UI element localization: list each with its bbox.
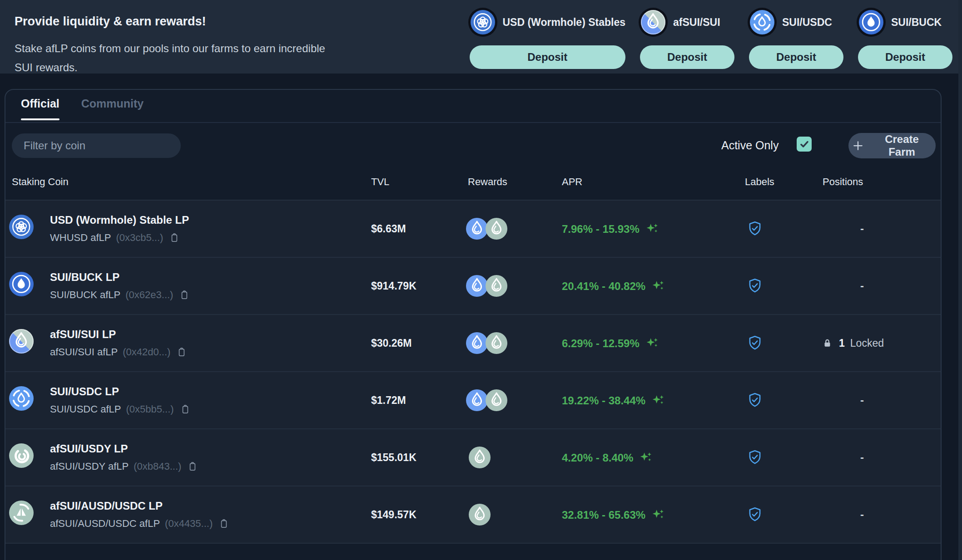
filter-by-coin-input[interactable] <box>12 133 181 158</box>
verified-shield-icon <box>746 448 764 467</box>
sui-buck-icon <box>9 272 34 296</box>
verified-shield-icon <box>746 277 764 295</box>
deposit-card: SUI/USDCDeposit <box>749 9 843 69</box>
staking-coin-cell <box>9 501 37 529</box>
apr-range: 20.41% - 40.82% <box>562 280 645 292</box>
copy-address-icon[interactable] <box>186 460 198 472</box>
apr-cell: 20.41% - 40.82% <box>562 279 665 293</box>
apr-range: 7.96% - 15.93% <box>562 222 640 235</box>
pool-label: SUI/BUCK <box>891 16 942 29</box>
sparkle-icon <box>645 336 660 350</box>
lock-icon <box>821 337 833 349</box>
pool-name: USD (Wormhole) Stable LP <box>50 214 189 226</box>
sui-drop-blue-icon <box>466 275 488 297</box>
pool-name: afSUI/AUSD/USDC LP <box>50 500 230 512</box>
sui-drop-blue-icon <box>466 332 488 354</box>
afsui-ausd-usdc-icon <box>9 501 34 525</box>
sui-drop-sage-icon <box>469 504 491 526</box>
staking-coin-cell <box>9 329 37 357</box>
lp-address: (0x42d0...) <box>123 346 170 358</box>
tab-official[interactable]: Official <box>21 97 60 120</box>
lp-symbol: afSUI/SUI afLP <box>50 346 118 358</box>
farms-table: USD (Wormhole) Stable LPWHUSD afLP(0x3cb… <box>5 200 941 544</box>
create-farm-button[interactable]: Create Farm <box>848 133 936 158</box>
coin-name-cell: afSUI/AUSD/USDC LPafSUI/AUSD/USDC afLP(0… <box>50 500 230 530</box>
verified-shield-icon <box>746 334 764 352</box>
copy-address-icon[interactable] <box>168 231 180 244</box>
column-header: APR <box>562 176 582 188</box>
farm-row[interactable]: USD (Wormhole) Stable LPWHUSD afLP(0x3cb… <box>5 200 941 257</box>
farms-page: Provide liquidity & earn rewards! Stake … <box>0 0 962 560</box>
pool-name: SUI/BUCK LP <box>50 271 190 284</box>
reward-coins <box>469 504 491 526</box>
wormhole-icon <box>9 215 34 239</box>
tvl-value: $1.72M <box>371 394 406 407</box>
sparkle-icon <box>651 508 665 522</box>
farm-row[interactable]: afSUI/SUI LPafSUI/SUI afLP(0x42d0...)$30… <box>5 314 941 371</box>
positions-empty: - <box>860 222 864 235</box>
lp-symbol: afSUI/AUSD/USDC afLP <box>50 518 160 530</box>
farm-row[interactable]: SUI/USDC LPSUI/USDC afLP(0x5bb5...)$1.72… <box>5 371 941 428</box>
positions-empty: - <box>860 508 864 521</box>
lp-symbol: WHUSD afLP <box>50 232 111 244</box>
lp-symbol: SUI/BUCK afLP <box>50 289 120 301</box>
sui-usdc-icon <box>750 10 774 34</box>
apr-cell: 6.29% - 12.59% <box>562 336 660 350</box>
farm-row[interactable]: afSUI/USDY LPafSUI/USDY afLP(0xb843...)$… <box>5 428 941 486</box>
wormhole-icon <box>471 10 495 34</box>
reward-coins <box>466 275 507 297</box>
deposit-card: SUI/BUCKDeposit <box>858 9 952 69</box>
apr-cell: 32.81% - 65.63% <box>562 508 665 522</box>
copy-address-icon[interactable] <box>179 403 191 415</box>
tab-community[interactable]: Community <box>81 97 144 120</box>
tvl-value: $155.01K <box>371 452 417 464</box>
lp-address: (0xb843...) <box>134 461 181 472</box>
column-header: Rewards <box>468 176 507 188</box>
reward-coins <box>466 389 507 411</box>
staking-coin-cell <box>9 272 37 300</box>
reward-coins <box>466 332 507 354</box>
copy-address-icon[interactable] <box>218 517 230 530</box>
farm-row[interactable]: afSUI/AUSD/USDC LPafSUI/AUSD/USDC afLP(0… <box>5 486 941 543</box>
apr-cell: 19.22% - 38.44% <box>562 393 665 408</box>
deposit-card: afSUI/SUIDeposit <box>640 9 734 69</box>
copy-address-icon[interactable] <box>178 289 190 301</box>
sui-drop-sage-icon <box>486 332 507 354</box>
staking-coin-cell <box>9 443 37 472</box>
column-header: Positions <box>823 176 863 188</box>
scrollbar[interactable] <box>958 0 962 560</box>
coin-name-cell: SUI/BUCK LPSUI/BUCK afLP(0x62e3...) <box>50 271 190 301</box>
reward-coins <box>469 447 491 468</box>
sui-drop-sage-icon <box>486 275 507 297</box>
banner-subtitle: Stake afLP coins from our pools into our… <box>15 39 337 77</box>
deposit-button[interactable]: Deposit <box>858 45 952 69</box>
active-only-checkbox[interactable] <box>797 137 812 152</box>
deposit-cards: USD (Wormhole) StablesDepositafSUI/SUIDe… <box>470 9 953 69</box>
sui-drop-sage-icon <box>486 218 507 240</box>
promo-banner: Provide liquidity & earn rewards! Stake … <box>0 0 962 74</box>
copy-address-icon[interactable] <box>175 346 188 358</box>
positions-empty: - <box>860 280 864 292</box>
deposit-button[interactable]: Deposit <box>749 45 843 69</box>
pool-label: afSUI/SUI <box>673 16 720 29</box>
positions-locked: 1Locked <box>821 337 884 349</box>
farm-row[interactable]: SUI/BUCK LPSUI/BUCK afLP(0x62e3...)$914.… <box>5 257 941 314</box>
apr-cell: 7.96% - 15.93% <box>562 222 660 236</box>
deposit-button[interactable]: Deposit <box>470 45 626 69</box>
sparkle-icon <box>645 222 660 236</box>
lp-symbol: afSUI/USDY afLP <box>50 461 129 472</box>
tvl-value: $914.79K <box>371 280 417 292</box>
plus-icon <box>851 139 865 152</box>
farm-tabs: OfficialCommunity <box>21 97 144 120</box>
staking-coin-cell <box>9 215 37 243</box>
deposit-button[interactable]: Deposit <box>640 45 734 69</box>
lp-address: (0x4435...) <box>165 518 213 530</box>
lp-address: (0x5bb5...) <box>126 403 174 415</box>
tabs-divider <box>5 122 941 123</box>
column-header: Labels <box>745 176 774 188</box>
sparkle-icon <box>651 279 665 293</box>
tvl-value: $30.26M <box>371 337 412 349</box>
positions-empty: - <box>860 394 864 407</box>
apr-range: 6.29% - 12.59% <box>562 337 640 349</box>
active-only-label: Active Only <box>721 139 779 152</box>
